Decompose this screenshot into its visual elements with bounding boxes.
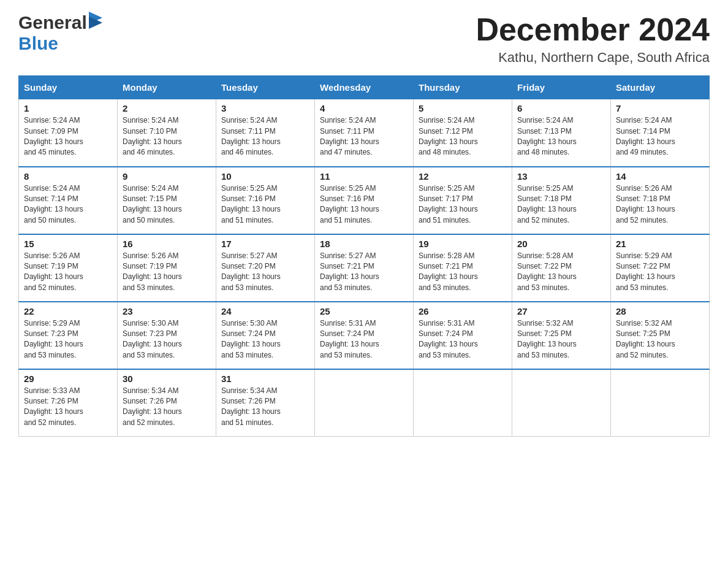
day-number: 5 (419, 103, 507, 113)
calendar-cell: 14 Sunrise: 5:26 AMSunset: 7:18 PMDaylig… (611, 167, 710, 234)
logo-flag-icon (89, 12, 102, 29)
day-info: Sunrise: 5:30 AMSunset: 7:24 PMDaylight:… (221, 319, 281, 359)
day-info: Sunrise: 5:30 AMSunset: 7:23 PMDaylight:… (123, 319, 182, 359)
day-info: Sunrise: 5:28 AMSunset: 7:21 PMDaylight:… (419, 251, 478, 292)
day-info: Sunrise: 5:28 AMSunset: 7:22 PMDaylight:… (517, 251, 577, 292)
calendar-cell: 17 Sunrise: 5:27 AMSunset: 7:20 PMDaylig… (216, 234, 315, 302)
day-number: 1 (24, 103, 112, 113)
day-number: 11 (320, 171, 408, 182)
calendar-cell: 10 Sunrise: 5:25 AMSunset: 7:16 PMDaylig… (216, 167, 315, 234)
day-info: Sunrise: 5:32 AMSunset: 7:25 PMDaylight:… (616, 319, 675, 359)
calendar-cell (414, 369, 512, 437)
calendar-cell: 18 Sunrise: 5:27 AMSunset: 7:21 PMDaylig… (315, 234, 414, 302)
calendar-cell: 29 Sunrise: 5:33 AMSunset: 7:26 PMDaylig… (19, 369, 118, 437)
day-info: Sunrise: 5:25 AMSunset: 7:16 PMDaylight:… (221, 184, 281, 224)
day-info: Sunrise: 5:24 AMSunset: 7:14 PMDaylight:… (616, 116, 675, 156)
day-number: 3 (221, 103, 309, 113)
calendar-cell: 27 Sunrise: 5:32 AMSunset: 7:25 PMDaylig… (512, 302, 611, 369)
calendar-cell: 1 Sunrise: 5:24 AMSunset: 7:09 PMDayligh… (19, 99, 118, 167)
title-area: December 2024 Kathu, Northern Cape, Sout… (476, 12, 710, 66)
calendar-cell (611, 369, 710, 437)
day-info: Sunrise: 5:27 AMSunset: 7:20 PMDaylight:… (221, 251, 281, 292)
day-number: 29 (24, 373, 112, 384)
day-number: 14 (616, 171, 704, 182)
day-number: 2 (123, 103, 211, 113)
day-info: Sunrise: 5:34 AMSunset: 7:26 PMDaylight:… (221, 386, 281, 427)
day-number: 10 (221, 171, 309, 182)
calendar-week-1: 1 Sunrise: 5:24 AMSunset: 7:09 PMDayligh… (19, 99, 710, 167)
day-info: Sunrise: 5:24 AMSunset: 7:09 PMDaylight:… (24, 116, 83, 156)
day-info: Sunrise: 5:24 AMSunset: 7:13 PMDaylight:… (517, 116, 577, 156)
day-number: 21 (616, 239, 704, 249)
day-number: 28 (616, 306, 704, 316)
day-info: Sunrise: 5:24 AMSunset: 7:11 PMDaylight:… (221, 116, 281, 156)
day-number: 25 (320, 306, 408, 316)
calendar-week-2: 8 Sunrise: 5:24 AMSunset: 7:14 PMDayligh… (19, 167, 710, 234)
calendar-cell: 3 Sunrise: 5:24 AMSunset: 7:11 PMDayligh… (216, 99, 315, 167)
logo-general-text: General (18, 12, 87, 33)
day-info: Sunrise: 5:25 AMSunset: 7:16 PMDaylight:… (320, 184, 379, 224)
month-title: December 2024 (476, 12, 710, 47)
column-header-monday: Monday (118, 76, 216, 99)
logo-blue-text: Blue (18, 33, 58, 53)
day-number: 9 (123, 171, 211, 182)
calendar-cell: 21 Sunrise: 5:29 AMSunset: 7:22 PMDaylig… (611, 234, 710, 302)
day-info: Sunrise: 5:24 AMSunset: 7:10 PMDaylight:… (123, 116, 182, 156)
location-title: Kathu, Northern Cape, South Africa (476, 50, 710, 66)
day-number: 4 (320, 103, 408, 113)
column-header-wednesday: Wednesday (315, 76, 414, 99)
day-number: 27 (517, 306, 605, 316)
day-info: Sunrise: 5:29 AMSunset: 7:23 PMDaylight:… (24, 319, 83, 359)
day-info: Sunrise: 5:24 AMSunset: 7:14 PMDaylight:… (24, 184, 83, 224)
day-number: 30 (123, 373, 211, 384)
day-number: 16 (123, 239, 211, 249)
calendar-cell: 31 Sunrise: 5:34 AMSunset: 7:26 PMDaylig… (216, 369, 315, 437)
calendar-cell (315, 369, 414, 437)
day-number: 12 (419, 171, 507, 182)
calendar-week-5: 29 Sunrise: 5:33 AMSunset: 7:26 PMDaylig… (19, 369, 710, 437)
day-info: Sunrise: 5:24 AMSunset: 7:11 PMDaylight:… (320, 116, 379, 156)
page-header: General Blue December 2024 Kathu, Northe… (18, 12, 710, 66)
day-number: 22 (24, 306, 112, 316)
calendar-cell: 23 Sunrise: 5:30 AMSunset: 7:23 PMDaylig… (118, 302, 216, 369)
day-info: Sunrise: 5:34 AMSunset: 7:26 PMDaylight:… (123, 386, 182, 427)
day-number: 26 (419, 306, 507, 316)
column-header-sunday: Sunday (19, 76, 118, 99)
calendar-cell: 9 Sunrise: 5:24 AMSunset: 7:15 PMDayligh… (118, 167, 216, 234)
day-info: Sunrise: 5:24 AMSunset: 7:15 PMDaylight:… (123, 184, 182, 224)
column-header-saturday: Saturday (611, 76, 710, 99)
calendar-cell: 13 Sunrise: 5:25 AMSunset: 7:18 PMDaylig… (512, 167, 611, 234)
day-number: 15 (24, 239, 112, 249)
day-number: 17 (221, 239, 309, 249)
calendar-cell: 11 Sunrise: 5:25 AMSunset: 7:16 PMDaylig… (315, 167, 414, 234)
day-info: Sunrise: 5:26 AMSunset: 7:19 PMDaylight:… (123, 251, 182, 292)
day-number: 19 (419, 239, 507, 249)
day-number: 23 (123, 306, 211, 316)
day-number: 6 (517, 103, 605, 113)
calendar-cell: 16 Sunrise: 5:26 AMSunset: 7:19 PMDaylig… (118, 234, 216, 302)
calendar-cell: 22 Sunrise: 5:29 AMSunset: 7:23 PMDaylig… (19, 302, 118, 369)
day-info: Sunrise: 5:26 AMSunset: 7:18 PMDaylight:… (616, 184, 675, 224)
calendar-cell: 30 Sunrise: 5:34 AMSunset: 7:26 PMDaylig… (118, 369, 216, 437)
calendar-cell: 15 Sunrise: 5:26 AMSunset: 7:19 PMDaylig… (19, 234, 118, 302)
day-info: Sunrise: 5:31 AMSunset: 7:24 PMDaylight:… (419, 319, 478, 359)
calendar-cell (512, 369, 611, 437)
calendar-cell: 19 Sunrise: 5:28 AMSunset: 7:21 PMDaylig… (414, 234, 512, 302)
day-info: Sunrise: 5:25 AMSunset: 7:17 PMDaylight:… (419, 184, 478, 224)
calendar-week-4: 22 Sunrise: 5:29 AMSunset: 7:23 PMDaylig… (19, 302, 710, 369)
calendar-cell: 8 Sunrise: 5:24 AMSunset: 7:14 PMDayligh… (19, 167, 118, 234)
calendar-cell: 5 Sunrise: 5:24 AMSunset: 7:12 PMDayligh… (414, 99, 512, 167)
logo: General Blue (18, 12, 102, 54)
calendar-cell: 28 Sunrise: 5:32 AMSunset: 7:25 PMDaylig… (611, 302, 710, 369)
day-number: 18 (320, 239, 408, 249)
calendar-cell: 6 Sunrise: 5:24 AMSunset: 7:13 PMDayligh… (512, 99, 611, 167)
calendar-cell: 2 Sunrise: 5:24 AMSunset: 7:10 PMDayligh… (118, 99, 216, 167)
calendar-header-row: SundayMondayTuesdayWednesdayThursdayFrid… (19, 76, 710, 99)
calendar-table: SundayMondayTuesdayWednesdayThursdayFrid… (18, 75, 710, 437)
day-info: Sunrise: 5:32 AMSunset: 7:25 PMDaylight:… (517, 319, 577, 359)
calendar-cell: 25 Sunrise: 5:31 AMSunset: 7:24 PMDaylig… (315, 302, 414, 369)
day-number: 13 (517, 171, 605, 182)
day-info: Sunrise: 5:33 AMSunset: 7:26 PMDaylight:… (24, 386, 83, 427)
day-number: 24 (221, 306, 309, 316)
calendar-cell: 4 Sunrise: 5:24 AMSunset: 7:11 PMDayligh… (315, 99, 414, 167)
